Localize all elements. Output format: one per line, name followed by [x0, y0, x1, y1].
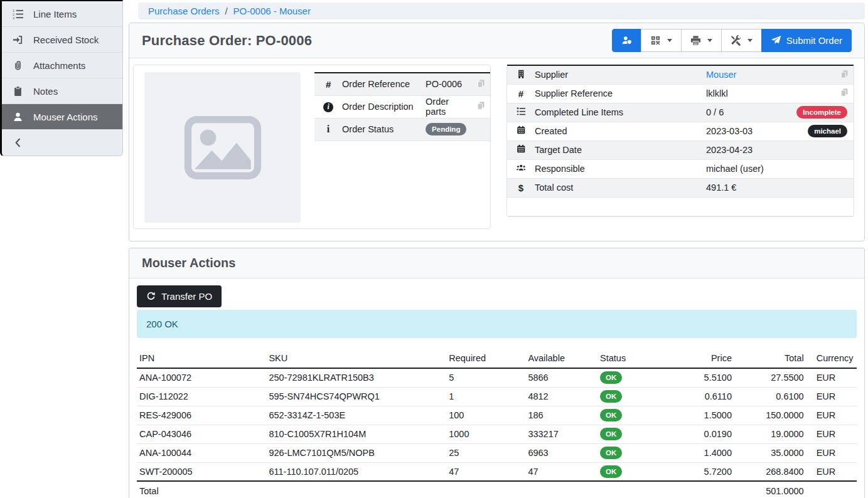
submit-order-button[interactable]: Submit Order — [761, 29, 852, 52]
detail-badge-cell: Incomplete — [796, 103, 854, 122]
table-row: DIG-112022595-SN74HCS74QPWRQ114812OK0.61… — [137, 387, 857, 406]
purchase-order-panel: Purchase Order: PO-0006 Submit Order — [129, 23, 865, 241]
tools-icon — [731, 35, 741, 46]
user-icon — [2, 112, 33, 122]
caret-down-icon — [747, 39, 753, 42]
sidebar-collapse-button[interactable] — [2, 130, 122, 156]
cell-price: 5.7200 — [670, 462, 734, 481]
building-icon — [517, 70, 526, 79]
order-details-table: #Order ReferencePO-0006iOrder Descriptio… — [314, 72, 490, 141]
cell-sku: 810-C1005X7R1H104M — [266, 425, 446, 443]
cell-available: 333217 — [525, 425, 597, 443]
copy-button[interactable] — [470, 73, 490, 95]
column-header-status: Status — [597, 349, 670, 368]
total-value-cell: 501.0000 — [734, 481, 806, 498]
status-badge: Incomplete — [796, 106, 847, 119]
order-actions-button[interactable] — [721, 29, 762, 52]
list-check-icon — [517, 107, 526, 116]
info-icon: i — [327, 124, 330, 135]
detail-label: Target Date — [535, 140, 706, 159]
cell-currency: EUR — [806, 425, 857, 443]
order-image-placeholder[interactable] — [144, 72, 301, 223]
cell-status: OK — [597, 425, 670, 443]
cell-required: 25 — [446, 443, 525, 462]
mouser-actions-title: Mouser Actions — [142, 256, 235, 270]
purchase-order-page: 123Line ItemsReceived StockAttachmentsNo… — [0, 0, 868, 498]
cell-ipn: SWT-200005 — [137, 462, 266, 481]
status-ok-badge: OK — [600, 409, 622, 421]
supplier-detail-row: Created2023-03-03michael — [507, 122, 854, 140]
detail-icon-cell: # — [314, 73, 342, 95]
cell-sku: 652-3314Z-1-503E — [266, 406, 446, 425]
breadcrumb: Purchase Orders/PO-0006 - Mouser — [138, 3, 865, 19]
status-badge: michael — [808, 125, 847, 137]
cell-total: 35.0000 — [734, 443, 806, 462]
sidebar-item-received-stock[interactable]: Received Stock — [2, 27, 122, 53]
sidebar-item-attachments[interactable]: Attachments — [2, 53, 122, 78]
cell-ipn: ANA-100072 — [137, 368, 266, 387]
purchase-order-body: #Order ReferencePO-0006iOrder Descriptio… — [129, 58, 864, 241]
info-circle-icon: i — [323, 102, 333, 112]
order-detail-row: #Order ReferencePO-0006 — [314, 73, 490, 95]
cell-ipn: CAP-043046 — [137, 425, 266, 443]
sign-in-icon — [2, 34, 33, 45]
cell-ipn: DIG-112022 — [137, 387, 266, 406]
cell-required: 47 — [446, 462, 525, 481]
table-row: SWT-200005611-110.107.011/02054747OK5.72… — [137, 462, 857, 481]
detail-badge-cell: michael — [796, 122, 854, 140]
purchase-order-header: Purchase Order: PO-0006 Submit Order — [129, 23, 864, 58]
breadcrumb-link[interactable]: PO-0006 - Mouser — [233, 6, 311, 16]
cell-available: 186 — [525, 406, 597, 425]
cell-currency: EUR — [806, 368, 857, 387]
status-alert-text: 200 OK — [146, 319, 178, 329]
detail-badge-cell — [796, 140, 854, 159]
status-ok-badge: OK — [600, 371, 622, 384]
svg-text:3: 3 — [13, 16, 14, 19]
detail-icon-cell — [507, 140, 535, 159]
detail-value: 2023-03-03 — [706, 122, 796, 140]
sidebar-item-line-items[interactable]: 123Line Items — [2, 1, 122, 27]
cell-total: 19.0000 — [734, 425, 806, 443]
cell-total: 150.0000 — [734, 406, 806, 425]
user-admin-button[interactable] — [612, 29, 641, 52]
calendar-icon — [517, 144, 526, 154]
detail-label: Responsible — [535, 159, 706, 178]
supplier-detail-row: Target Date2023-04-23 — [507, 140, 854, 159]
cell-required: 5 — [446, 368, 525, 387]
supplier-detail-row: Responsiblemichael (user) — [507, 159, 854, 178]
sidebar-item-mouser-actions[interactable]: Mouser Actions — [2, 104, 122, 130]
cell-currency: EUR — [806, 406, 857, 425]
sidebar-item-notes[interactable]: Notes — [2, 78, 122, 104]
supplier-detail-row: $Total cost491.1 € — [507, 178, 854, 197]
user-shield-icon — [621, 35, 632, 46]
detail-badge-cell — [470, 118, 490, 140]
print-menu-button[interactable] — [681, 29, 722, 52]
cell-currency: EUR — [806, 462, 857, 481]
cell-price: 1.4000 — [670, 443, 734, 462]
cell-status: OK — [597, 406, 670, 425]
order-summary-card: #Order ReferencePO-0006iOrder Descriptio… — [133, 65, 491, 229]
copy-button[interactable] — [796, 65, 854, 84]
transfer-po-button[interactable]: Transfer PO — [137, 285, 222, 307]
copy-button[interactable] — [470, 95, 490, 118]
cell-total: 0.6100 — [734, 387, 806, 406]
table-row: CAP-043046810-C1005X7R1H104M1000333217OK… — [137, 425, 857, 443]
supplier-details-card: SupplierMouser#Supplier Referencelklklkl… — [506, 65, 854, 217]
column-header-total: Total — [734, 349, 806, 368]
detail-icon-cell: $ — [507, 178, 535, 197]
total-empty-cell — [670, 481, 734, 498]
column-header-ipn: IPN — [137, 349, 266, 368]
cell-price: 0.0190 — [670, 425, 734, 443]
table-row: ANA-100044926-LMC7101QM5/NOPB256963OK1.4… — [137, 443, 857, 462]
cell-available: 4812 — [525, 387, 597, 406]
submit-order-button-label: Submit Order — [786, 35, 842, 46]
sidebar-item-label: Notes — [33, 86, 58, 97]
supplier-link[interactable]: Mouser — [706, 70, 736, 80]
column-header-price: Price — [670, 349, 734, 368]
mouser-actions-body: Transfer PO 200 OK IPNSKURequiredAvailab… — [129, 278, 864, 498]
supplier-detail-row — [507, 197, 854, 216]
copy-button[interactable] — [796, 84, 854, 103]
barcode-menu-button[interactable] — [641, 29, 682, 52]
breadcrumb-link[interactable]: Purchase Orders — [148, 6, 219, 16]
detail-value: Mouser — [706, 65, 796, 84]
